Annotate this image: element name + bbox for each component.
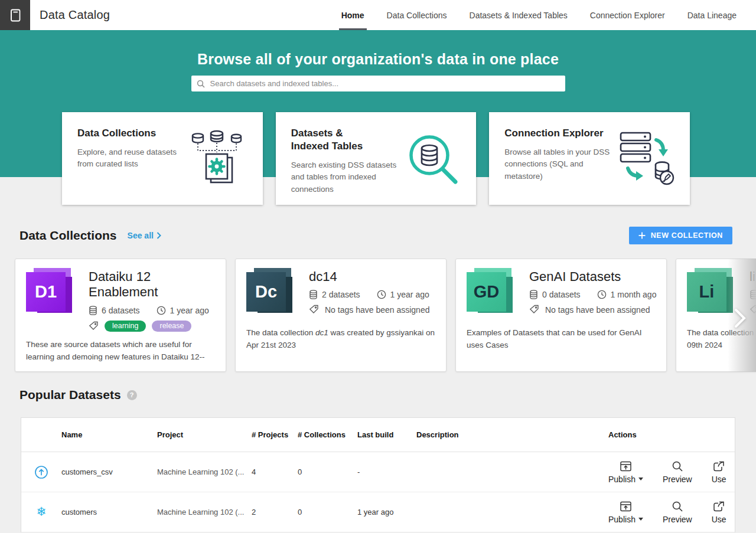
share-out-icon xyxy=(713,501,725,512)
no-tags-text: No tags have been assigned xyxy=(325,305,429,315)
feature-card-datasets-indexed-tables[interactable]: Datasets & Indexed Tables Search existin… xyxy=(276,112,477,205)
clock-icon xyxy=(157,306,166,315)
column-num-collections: # Collections xyxy=(298,430,357,439)
feature-card-description: Browse all tables in your DSS connection… xyxy=(504,146,614,182)
collection-description: Examples of Datasets that can be used fo… xyxy=(467,327,656,352)
feature-cards-row: Data Collections Explore, and reuse data… xyxy=(62,112,690,205)
new-collection-button[interactable]: NEW COLLECTION xyxy=(629,227,732,244)
table-row[interactable]: ❄ customers Machine Learning 102 (... 2 … xyxy=(21,492,735,532)
search-input[interactable] xyxy=(209,79,560,89)
column-actions: Actions xyxy=(561,430,735,439)
updated-ago: 1 year ago xyxy=(390,290,429,299)
last-build: 1 year ago xyxy=(357,508,416,516)
book-icon xyxy=(8,8,23,23)
top-bar: Data Catalog Home Data Collections Datas… xyxy=(0,0,756,30)
tag-icon xyxy=(309,305,319,315)
database-icon xyxy=(309,290,318,299)
carousel-next-button[interactable] xyxy=(734,308,747,328)
feature-card-data-collections[interactable]: Data Collections Explore, and reuse data… xyxy=(62,112,263,205)
dataset-count: 2 datasets xyxy=(322,290,360,299)
feature-card-connection-explorer[interactable]: Connection Explorer Browse all tables in… xyxy=(489,112,690,205)
tab-data-collections[interactable]: Data Collections xyxy=(376,0,458,30)
database-icon xyxy=(750,290,756,299)
preview-magnifier-icon xyxy=(672,460,683,472)
see-all-link[interactable]: See all xyxy=(128,231,161,240)
collection-card-genai-datasets[interactable]: GD GenAI Datasets 0 datasets xyxy=(455,259,667,372)
table-row[interactable]: customers_csv Machine Learning 102 (... … xyxy=(21,452,735,492)
last-build: - xyxy=(357,467,416,476)
share-out-icon xyxy=(713,460,725,472)
search-icon xyxy=(197,80,205,88)
collection-tile-icon: D1 xyxy=(26,268,76,320)
collection-description: These are source datasets which are usef… xyxy=(26,339,215,364)
num-projects: 2 xyxy=(252,508,298,516)
column-project: Project xyxy=(157,430,252,439)
collection-description: The data collection 09th 2024 xyxy=(687,327,756,352)
no-tags-text: No tags have been assigned xyxy=(545,305,650,315)
tag-icon xyxy=(750,305,756,315)
tab-home[interactable]: Home xyxy=(330,0,376,30)
updated-ago: 1 month ago xyxy=(611,290,657,299)
publish-button[interactable]: Publish xyxy=(608,501,643,524)
preview-button[interactable]: Preview xyxy=(663,460,692,484)
database-icon xyxy=(529,290,538,299)
publish-icon xyxy=(620,460,632,472)
popular-datasets-heading: Popular Datasets xyxy=(19,388,121,402)
feature-card-title: Data Collections xyxy=(77,127,187,140)
collection-title: li xyxy=(750,269,756,285)
dataset-name[interactable]: customers_csv xyxy=(61,467,157,476)
snowflake-icon: ❄ xyxy=(36,506,47,518)
num-collections: 0 xyxy=(298,467,357,476)
collection-card-dc14[interactable]: Dc dc14 2 datasets xyxy=(235,259,447,372)
tag-icon xyxy=(89,321,99,331)
caret-down-icon xyxy=(638,478,643,480)
tab-connection-explorer[interactable]: Connection Explorer xyxy=(579,0,676,30)
collections-gear-icon xyxy=(187,127,250,193)
popular-datasets-table: Name Project # Projects # Collections La… xyxy=(21,417,735,532)
popular-datasets-header: Popular Datasets ? xyxy=(19,388,737,402)
dataset-name[interactable]: customers xyxy=(61,508,157,516)
data-collections-heading: Data Collections xyxy=(19,228,117,243)
tab-datasets-indexed-tables[interactable]: Datasets & Indexed Tables xyxy=(458,0,579,30)
clock-icon xyxy=(377,290,386,299)
preview-magnifier-icon xyxy=(672,501,683,512)
pen-circle-icon xyxy=(660,171,673,184)
collection-tile-icon: Li xyxy=(687,268,737,320)
plus-icon xyxy=(638,232,646,239)
collection-title: GenAI Datasets xyxy=(529,269,656,285)
preview-button[interactable]: Preview xyxy=(663,501,692,524)
collection-title: Dataiku 12 Enablement xyxy=(89,269,215,300)
dataset-count: 6 datasets xyxy=(102,306,140,315)
feature-card-title: Connection Explorer xyxy=(504,127,614,140)
collections-carousel: D1 Dataiku 12 Enablement 6 datasets xyxy=(0,259,756,372)
catalog-logo[interactable] xyxy=(0,0,30,30)
main-nav: Home Data Collections Datasets & Indexed… xyxy=(330,0,756,30)
collection-tile-icon: GD xyxy=(467,268,516,320)
use-button[interactable]: Use xyxy=(712,501,726,524)
dataset-count: 0 datasets xyxy=(542,290,581,299)
feature-card-title: Datasets & xyxy=(291,127,400,140)
tab-data-lineage[interactable]: Data Lineage xyxy=(676,0,748,30)
table-header-row: Name Project # Projects # Collections La… xyxy=(21,418,735,452)
page-title: Data Catalog xyxy=(40,8,110,22)
column-last-build: Last build xyxy=(357,430,416,439)
num-projects: 4 xyxy=(252,467,298,476)
use-button[interactable]: Use xyxy=(712,460,726,484)
connections-flow-icon xyxy=(614,127,677,193)
help-icon[interactable]: ? xyxy=(127,390,137,400)
column-num-projects: # Projects xyxy=(252,430,298,439)
num-collections: 0 xyxy=(298,508,357,516)
caret-down-icon xyxy=(638,518,643,521)
search-database-icon xyxy=(400,127,464,193)
publish-icon xyxy=(620,501,632,512)
feature-card-description: Search existing DSS datasets and tables … xyxy=(291,159,400,195)
publish-button[interactable]: Publish xyxy=(608,460,643,484)
dataset-project: Machine Learning 102 (... xyxy=(157,508,252,516)
collection-description: The data collection dc1 was created by g… xyxy=(246,327,435,352)
collection-card-dataiku-12-enablement[interactable]: D1 Dataiku 12 Enablement 6 datasets xyxy=(15,259,226,372)
chevron-right-icon xyxy=(157,232,161,239)
tag-pill-learning[interactable]: learning xyxy=(105,321,146,332)
tag-pill-release[interactable]: release xyxy=(152,321,191,332)
catalog-search-bar[interactable] xyxy=(191,76,565,91)
updated-ago: 1 year ago xyxy=(170,306,209,315)
